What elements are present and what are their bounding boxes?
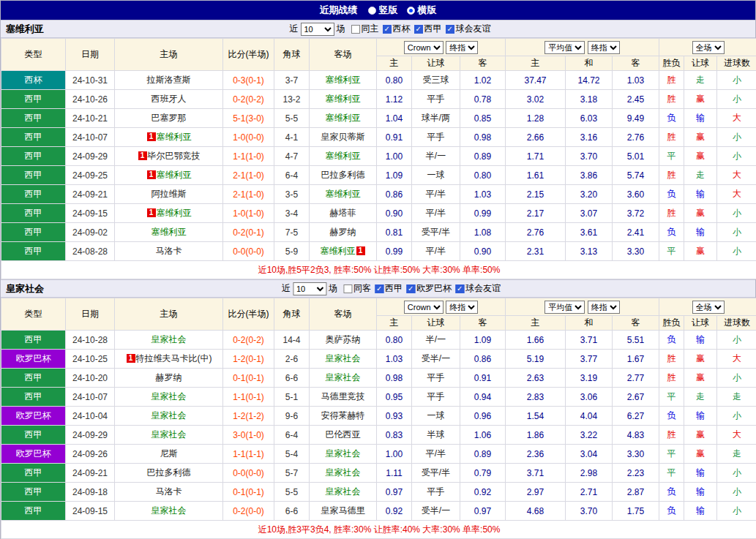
result-handicap: 赢 (684, 242, 717, 261)
average-odds-group: 平均值 终指 (506, 39, 659, 56)
filter-checkbox[interactable]: 欧罗巴杯 (406, 282, 452, 295)
handicap-line: 平手 (412, 483, 460, 502)
match-date: 24-09-29 (66, 147, 115, 166)
section-header: 塞维利亚 近 10 场 同主西杯西甲球会友谊 (1, 20, 755, 38)
away-team-cell: 皇家社会 (310, 350, 377, 369)
result-outcome: 负 (659, 185, 684, 204)
match-row: 西甲24-09-15皇家社会0-2(0-0)6-6皇家马德里0.92受半/一0.… (1, 502, 756, 521)
col-corner: 角球 (274, 298, 310, 331)
result-handicap: 输 (684, 331, 717, 350)
match-row: 西甲24-09-21巴拉多利德0-0(0-0)5-7皇家社会1.11受平/半0.… (1, 464, 756, 483)
score-cell: 2-1(1-0) (223, 166, 274, 185)
team-label: 马洛卡 (156, 246, 182, 256)
result-handicap: 走 (684, 166, 717, 185)
average-select[interactable]: 平均值 (544, 41, 585, 54)
recent-count-select[interactable]: 10 (293, 282, 326, 295)
odds-stage-select[interactable]: 终指 (446, 41, 478, 54)
recent-count-select[interactable]: 10 (301, 23, 334, 36)
avg-stage-select[interactable]: 终指 (588, 41, 620, 54)
handicap-away-odds: 1.09 (460, 331, 506, 350)
filter-checkbox[interactable]: 西杯 (383, 23, 411, 35)
match-scope-select[interactable]: 全场 (692, 41, 725, 54)
team-name: 皇家社会 (6, 282, 44, 295)
col-away: 客场 (310, 298, 377, 331)
match-row: 西杯24-10-31拉斯洛查斯0-3(0-1)3-7塞维利亚0.80受三球1.0… (1, 71, 756, 90)
avg-away-odds: 1.75 (613, 502, 659, 521)
home-team-cell: 1塞维利亚 (115, 128, 223, 147)
match-filter: 近 10 场 同主西杯西甲球会友谊 (290, 23, 491, 36)
vertical-layout-radio[interactable]: 竖版 (368, 4, 398, 17)
result-handicap: 输 (684, 223, 717, 242)
home-team-cell: 马洛卡 (115, 483, 223, 502)
score-cell: 2-1(1-0) (223, 185, 274, 204)
handicap-away-odds: 0.79 (460, 464, 506, 483)
avg-away-odds: 2.41 (613, 223, 659, 242)
match-date: 24-10-07 (66, 128, 115, 147)
result-handicap: 输 (684, 502, 717, 521)
corner-cell: 9-6 (274, 407, 310, 426)
team-label: 奥萨苏纳 (326, 334, 361, 344)
avg-stage-select[interactable]: 终指 (588, 301, 620, 314)
home-team-cell: 皇家社会 (115, 426, 223, 445)
handicap-line: 受平/半 (412, 464, 460, 483)
team-label: 皇家社会 (326, 467, 361, 478)
col-odds-away: 客 (460, 56, 506, 71)
handicap-away-odds: 0.89 (460, 445, 506, 464)
bookmaker-select[interactable]: Crown (404, 41, 444, 54)
avg-draw-odds: 3.06 (566, 388, 613, 407)
odds-stage-select[interactable]: 终指 (446, 301, 478, 314)
handicap-home-odds: 0.80 (377, 71, 412, 90)
away-team-cell: 马德里竞技 (310, 388, 377, 407)
corner-cell: 4-1 (274, 128, 310, 147)
summary-row: 近10场,胜5平2负3, 胜率:50% 让胜率:50% 大率:30% 单率:50… (1, 261, 756, 279)
result-handicap: 走 (684, 388, 717, 407)
avg-away-odds: 5.01 (613, 147, 659, 166)
results-tbody: 西杯24-10-31拉斯洛查斯0-3(0-1)3-7塞维利亚0.80受三球1.0… (1, 71, 756, 261)
checkbox-label: 球会友谊 (465, 282, 501, 295)
filter-checkbox[interactable]: 同客 (343, 282, 371, 295)
filter-checkboxes: 同主西杯西甲球会友谊 (348, 23, 491, 35)
result-outcome: 胜 (659, 90, 684, 109)
results-tbody: 西甲24-10-28皇家社会0-2(0-2)14-4奥萨苏纳0.80半/一1.0… (1, 331, 756, 521)
result-outcome: 平 (659, 242, 684, 261)
result-goals: 大 (717, 350, 756, 369)
away-team-cell: 皇家贝蒂斯 (310, 128, 377, 147)
handicap-home-odds: 0.80 (377, 331, 412, 350)
results-table: 类型 日期 主场 比分(半场) 角球 客场 Crown 终指 平均值 终指 (1, 298, 756, 539)
filter-checkbox[interactable]: 球会友谊 (446, 23, 491, 35)
filter-checkbox[interactable]: 西甲 (414, 23, 442, 35)
avg-away-odds: 2.76 (613, 128, 659, 147)
result-handicap: 赢 (684, 369, 717, 388)
rank-badge: 1 (147, 170, 156, 179)
match-row: 西甲24-10-071塞维利亚1-0(0-0)4-1皇家贝蒂斯0.91平手0.9… (1, 128, 756, 147)
average-select[interactable]: 平均值 (544, 301, 585, 314)
team-label: 塞维利亚 (157, 132, 192, 142)
team-label: 皇家社会 (326, 353, 361, 363)
bookmaker-select[interactable]: Crown (404, 301, 444, 314)
result-handicap: 输 (684, 109, 717, 128)
match-row: 西甲24-10-20赫罗纳0-1(0-1)6-6皇家社会0.98平手0.912.… (1, 369, 756, 388)
filter-checkbox[interactable]: 球会友谊 (455, 282, 501, 295)
filter-checkbox[interactable]: 同主 (351, 23, 379, 35)
home-team-cell: 巴拉多利德 (115, 464, 223, 483)
avg-draw-odds: 2.98 (566, 464, 613, 483)
col-odds-home: 主 (377, 316, 412, 331)
filter-checkbox[interactable]: 西甲 (375, 282, 403, 295)
team-label: 毕尔巴鄂竞技 (148, 151, 201, 161)
score-cell: 3-0(1-0) (223, 426, 274, 445)
league-type-cell: 西甲 (1, 90, 66, 109)
match-date: 24-10-28 (66, 331, 115, 350)
match-row: 西甲24-10-07皇家社会1-1(0-1)5-1马德里竞技0.95平手0.94… (1, 388, 756, 407)
team-label: 皇家社会 (151, 391, 187, 402)
match-scope-select[interactable]: 全场 (692, 301, 725, 314)
handicap-line: 半/一 (412, 331, 460, 350)
checkbox-label: 同主 (362, 23, 379, 35)
team-label: 巴伦西亚 (326, 429, 361, 440)
team-label: 巴塞罗那 (151, 113, 187, 123)
team-label: 拉斯洛查斯 (147, 75, 191, 85)
handicap-line: 平/半 (412, 242, 460, 261)
horizontal-layout-radio[interactable]: 横版 (407, 4, 437, 17)
avg-away-odds: 2.77 (613, 369, 659, 388)
match-row: 欧罗巴杯24-09-26尼斯1-1(1-1)5-4皇家社会1.00平/半0.89… (1, 445, 756, 464)
col-odds-line: 让球 (412, 316, 460, 331)
